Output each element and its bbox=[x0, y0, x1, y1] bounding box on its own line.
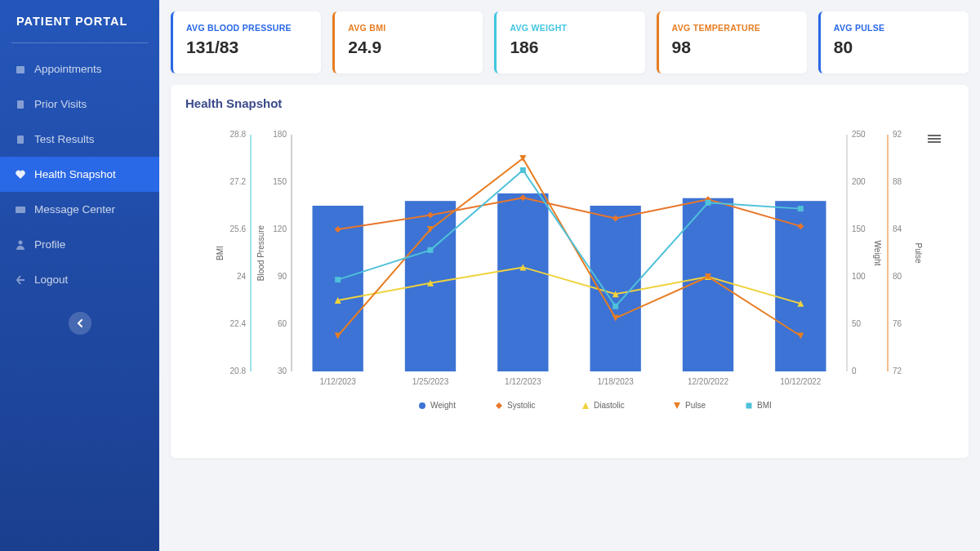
svg-text:92: 92 bbox=[893, 130, 902, 139]
svg-text:200: 200 bbox=[852, 177, 866, 186]
svg-text:150: 150 bbox=[273, 177, 287, 186]
legend-item[interactable]: Diastolic bbox=[594, 401, 625, 410]
sidebar-item-logout[interactable]: Logout bbox=[0, 262, 159, 297]
health-snapshot-chart: 306090120150180Blood Pressure20.822.4242… bbox=[194, 127, 945, 437]
sidebar-item-message-center[interactable]: Message Center bbox=[0, 192, 159, 227]
svg-text:24: 24 bbox=[237, 272, 247, 281]
svg-rect-51 bbox=[746, 403, 752, 409]
chart-menu-button[interactable] bbox=[928, 133, 941, 144]
svg-text:25.6: 25.6 bbox=[230, 224, 247, 233]
sidebar-item-prior-visits[interactable]: Prior Visits bbox=[0, 87, 159, 122]
legend-item[interactable]: Weight bbox=[430, 401, 456, 410]
svg-text:1/12/2023: 1/12/2023 bbox=[505, 377, 541, 386]
svg-text:Blood Pressure: Blood Pressure bbox=[256, 224, 265, 281]
svg-rect-47 bbox=[612, 304, 618, 309]
svg-text:27.2: 27.2 bbox=[230, 177, 247, 186]
svg-text:30: 30 bbox=[278, 367, 287, 375]
chart-container: 306090120150180Blood Pressure20.822.4242… bbox=[185, 122, 954, 442]
svg-text:1/25/2023: 1/25/2023 bbox=[412, 377, 449, 386]
svg-text:Weight: Weight bbox=[873, 241, 882, 266]
svg-rect-0 bbox=[16, 66, 24, 73]
kpi-value: 24.9 bbox=[348, 38, 470, 57]
kpi-card: AVG TEMPERATURE98 bbox=[657, 11, 807, 73]
svg-text:0: 0 bbox=[852, 367, 857, 375]
svg-text:80: 80 bbox=[893, 272, 902, 281]
sidebar-item-appointments[interactable]: Appointments bbox=[0, 51, 159, 87]
svg-point-4 bbox=[19, 240, 23, 244]
kpi-label: AVG BMI bbox=[348, 23, 470, 33]
sidebar-item-label: Appointments bbox=[34, 63, 102, 75]
svg-text:120: 120 bbox=[273, 224, 287, 233]
legend-item[interactable]: Pulse bbox=[685, 401, 706, 410]
svg-rect-46 bbox=[520, 167, 526, 173]
heart-icon bbox=[15, 169, 26, 180]
svg-text:50: 50 bbox=[852, 319, 862, 328]
svg-rect-2 bbox=[17, 136, 24, 144]
sidebar-item-label: Prior Visits bbox=[34, 98, 87, 110]
sidebar-item-label: Health Snapshot bbox=[34, 168, 116, 180]
flask-icon bbox=[15, 134, 26, 145]
divider bbox=[11, 42, 148, 43]
sidebar-item-label: Test Results bbox=[34, 133, 95, 145]
kpi-card: AVG BMI24.9 bbox=[332, 11, 483, 73]
svg-rect-48 bbox=[706, 200, 711, 206]
kpi-value: 186 bbox=[510, 38, 631, 57]
main-content: AVG BLOOD PRESSURE131/83AVG BMI24.9AVG W… bbox=[159, 0, 980, 551]
svg-point-50 bbox=[419, 402, 425, 409]
svg-rect-44 bbox=[335, 277, 341, 282]
svg-text:72: 72 bbox=[893, 367, 902, 375]
kpi-card: AVG BLOOD PRESSURE131/83 bbox=[171, 11, 321, 73]
app-title: PATIENT PORTAL bbox=[0, 0, 159, 42]
svg-text:10/12/2022: 10/12/2022 bbox=[780, 377, 821, 386]
health-snapshot-panel: Health Snapshot 306090120150180Blood Pre… bbox=[171, 85, 969, 458]
legend-item[interactable]: BMI bbox=[757, 401, 772, 410]
svg-text:Pulse: Pulse bbox=[914, 242, 923, 263]
svg-text:1/18/2023: 1/18/2023 bbox=[597, 377, 634, 386]
svg-text:84: 84 bbox=[893, 224, 902, 233]
sidebar-item-label: Message Center bbox=[34, 203, 115, 216]
svg-text:12/20/2022: 12/20/2022 bbox=[688, 377, 728, 386]
svg-text:150: 150 bbox=[852, 224, 866, 233]
logout-icon bbox=[15, 274, 26, 286]
sidebar-item-label: Profile bbox=[34, 238, 65, 251]
legend-item[interactable]: Systolic bbox=[507, 401, 535, 410]
kpi-value: 131/83 bbox=[186, 38, 308, 57]
collapse-sidebar-button[interactable] bbox=[69, 312, 91, 335]
svg-text:60: 60 bbox=[278, 319, 287, 328]
sidebar-item-profile[interactable]: Profile bbox=[0, 227, 159, 262]
mail-icon bbox=[15, 204, 26, 216]
chevron-left-icon bbox=[77, 319, 83, 327]
kpi-label: AVG TEMPERATURE bbox=[672, 23, 794, 33]
kpi-card: AVG PULSE80 bbox=[818, 11, 969, 73]
kpi-value: 98 bbox=[672, 38, 794, 57]
sidebar-nav: AppointmentsPrior VisitsTest ResultsHeal… bbox=[0, 51, 159, 297]
panel-title: Health Snapshot bbox=[185, 96, 954, 110]
kpi-row: AVG BLOOD PRESSURE131/83AVG BMI24.9AVG W… bbox=[171, 11, 969, 73]
kpi-value: 80 bbox=[834, 38, 956, 57]
kpi-label: AVG WEIGHT bbox=[510, 23, 631, 33]
svg-text:90: 90 bbox=[278, 272, 287, 281]
bar-1/12/2023[interactable] bbox=[497, 193, 548, 371]
sidebar-item-test-results[interactable]: Test Results bbox=[0, 122, 159, 157]
sidebar: PATIENT PORTAL AppointmentsPrior VisitsT… bbox=[0, 0, 159, 551]
svg-text:28.8: 28.8 bbox=[230, 130, 247, 139]
svg-text:1/12/2023: 1/12/2023 bbox=[319, 377, 356, 386]
svg-rect-49 bbox=[798, 206, 804, 211]
svg-text:180: 180 bbox=[273, 130, 287, 139]
svg-text:BMI: BMI bbox=[216, 246, 225, 260]
kpi-label: AVG PULSE bbox=[834, 23, 956, 33]
svg-text:22.4: 22.4 bbox=[230, 319, 247, 328]
clipboard-icon bbox=[15, 99, 26, 110]
user-icon bbox=[15, 239, 26, 251]
svg-rect-3 bbox=[16, 207, 25, 213]
svg-text:88: 88 bbox=[893, 177, 902, 186]
calendar-icon bbox=[15, 64, 26, 75]
svg-text:100: 100 bbox=[852, 272, 866, 281]
svg-text:76: 76 bbox=[893, 319, 902, 328]
kpi-card: AVG WEIGHT186 bbox=[494, 11, 644, 73]
svg-text:250: 250 bbox=[852, 130, 866, 139]
sidebar-item-health-snapshot[interactable]: Health Snapshot bbox=[0, 157, 159, 192]
svg-rect-45 bbox=[428, 247, 434, 253]
kpi-label: AVG BLOOD PRESSURE bbox=[186, 23, 308, 33]
svg-text:20.8: 20.8 bbox=[230, 367, 247, 375]
